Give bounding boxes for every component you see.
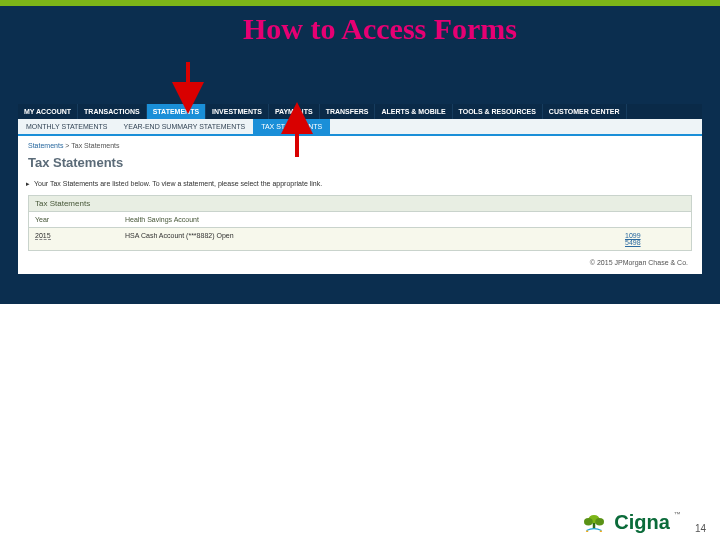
link-5498[interactable]: 5498: [625, 239, 685, 246]
nav-payments[interactable]: PAYMENTS: [269, 104, 320, 119]
col-account: Health Savings Account: [125, 216, 625, 223]
slide-title: How to Access Forms: [40, 12, 720, 46]
tree-icon: [578, 513, 610, 533]
nav-statements[interactable]: STATEMENTS: [147, 104, 206, 119]
nav-tools-resources[interactable]: TOOLS & RESOURCES: [453, 104, 543, 119]
box-heading: Tax Statements: [29, 196, 691, 212]
nav-customer-center[interactable]: CUSTOMER CENTER: [543, 104, 627, 119]
app-screenshot: MY ACCOUNT TRANSACTIONS STATEMENTS INVES…: [18, 104, 702, 274]
nav-investments[interactable]: INVESTMENTS: [206, 104, 269, 119]
trademark-icon: ™: [674, 511, 681, 518]
svg-point-7: [600, 530, 603, 532]
subnav-monthly-statements[interactable]: MONTHLY STATEMENTS: [18, 119, 116, 134]
cell-links: 1099 5498: [625, 232, 685, 246]
breadcrumb: Statements > Tax Statements: [18, 136, 702, 151]
breadcrumb-current: Tax Statements: [71, 142, 119, 149]
statements-box: Tax Statements Year Health Savings Accou…: [28, 195, 692, 251]
subnav-tax-statements[interactable]: TAX STATEMENTS: [253, 119, 330, 134]
copyright-text: © 2015 JPMorgan Chase & Co.: [18, 255, 702, 266]
subnav-year-end-summary[interactable]: YEAR-END SUMMARY STATEMENTS: [116, 119, 254, 134]
intro-text: Your Tax Statements are listed below. To…: [18, 180, 702, 195]
primary-nav: MY ACCOUNT TRANSACTIONS STATEMENTS INVES…: [18, 104, 702, 119]
col-year: Year: [35, 216, 125, 223]
nav-alerts-mobile[interactable]: ALERTS & MOBILE: [375, 104, 452, 119]
svg-point-6: [586, 530, 589, 532]
table-row: 2015 HSA Cash Account (***8882) Open 109…: [29, 228, 691, 250]
link-1099[interactable]: 1099: [625, 232, 685, 239]
table-header: Year Health Savings Account: [29, 212, 691, 228]
nav-transactions[interactable]: TRANSACTIONS: [78, 104, 147, 119]
screenshot-background: MY ACCOUNT TRANSACTIONS STATEMENTS INVES…: [0, 54, 720, 304]
breadcrumb-parent[interactable]: Statements: [28, 142, 63, 149]
cell-year: 2015: [35, 232, 125, 246]
svg-point-4: [596, 518, 605, 526]
nav-transfers[interactable]: TRANSFERS: [320, 104, 376, 119]
cell-account: HSA Cash Account (***8882) Open: [125, 232, 625, 246]
nav-my-account[interactable]: MY ACCOUNT: [18, 104, 78, 119]
page-heading: Tax Statements: [18, 151, 702, 180]
slide-footer: Cigna ™ 14: [0, 505, 720, 540]
svg-point-3: [584, 518, 593, 526]
svg-rect-5: [593, 523, 596, 529]
brand-logo: Cigna ™: [578, 511, 681, 534]
brand-name: Cigna: [614, 511, 670, 534]
secondary-nav: MONTHLY STATEMENTS YEAR-END SUMMARY STAT…: [18, 119, 702, 136]
page-number: 14: [695, 523, 706, 534]
slide-title-bar: How to Access Forms: [0, 6, 720, 54]
